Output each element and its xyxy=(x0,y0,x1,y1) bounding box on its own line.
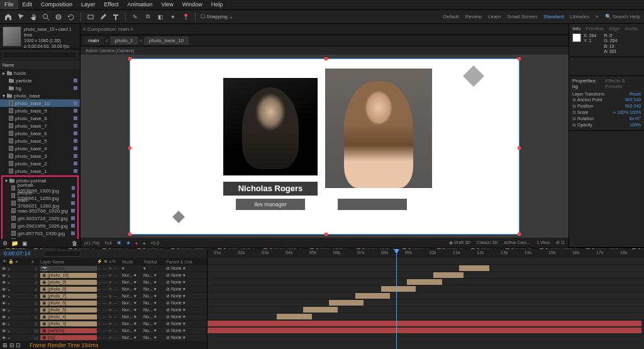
rotate-tool-icon[interactable] xyxy=(67,13,75,21)
svg-rect-3 xyxy=(88,15,93,19)
title-label: iles manager xyxy=(236,199,305,210)
workspace-review[interactable]: Review xyxy=(465,14,482,19)
project-search-input[interactable] xyxy=(3,51,77,58)
info-tab[interactable]: Info xyxy=(572,26,580,31)
view-options-icon[interactable]: ⊞ ⊡ xyxy=(556,240,565,245)
composition-viewport[interactable]: Nicholas Rogers iles manager xyxy=(80,55,569,238)
timeline-layer[interactable]: 👁●4▣ [photo_8]— — ★ —Nor... ▾No... ▾⊘ No… xyxy=(0,286,207,293)
right-panels: Info Preview Align Audio X: 264 Y: 1 R: … xyxy=(569,24,644,248)
playhead[interactable] xyxy=(396,249,397,349)
timeline-layer[interactable]: 👁●8▣ [photo_4]— — ★ —Nor... ▾No... ▾⊘ No… xyxy=(0,314,207,321)
trash-icon[interactable]: 🗑 xyxy=(72,240,77,247)
timeline-layer[interactable]: 👁●1📷 Camera— — ★ — ▾ ▾⊘ None ▾ xyxy=(0,265,207,272)
timeline-layer[interactable]: 👁●6▣ [photo_6]— — ★ —Nor... ▾No... ▾⊘ No… xyxy=(0,300,207,307)
snapping-checkbox[interactable]: ☐ Snapping ⌄ xyxy=(201,14,233,19)
svg-point-2 xyxy=(56,16,61,18)
photo-left[interactable] xyxy=(223,78,318,175)
timeline-layer[interactable]: 👁●10▣ [particle]— — ★ —Nor... ▾No... ▾⊘ … xyxy=(0,328,207,335)
menu-composition[interactable]: Composition xyxy=(36,0,77,9)
menu-file[interactable]: File xyxy=(0,0,18,9)
resolution-dropdown[interactable]: Full xyxy=(105,241,112,245)
new-folder-icon[interactable]: 📁 xyxy=(11,240,18,247)
title-label-2 xyxy=(338,199,407,210)
timeline-panel: ■ main■ photo_1■ photo_2■ photo_3■ photo… xyxy=(0,248,644,349)
menu-animation[interactable]: Animation xyxy=(123,0,157,9)
timeline-layer[interactable]: 👁●2▣ [photo_10]— — ★ —Nor... ▾No... ▾⊘ N… xyxy=(0,272,207,279)
new-comp-icon[interactable]: ▣ xyxy=(22,240,28,247)
menu-bar: File Edit Composition Layer Effect Anima… xyxy=(0,0,644,10)
properties-tab[interactable]: Properties: bg xyxy=(572,78,601,89)
workspace-standard[interactable]: Standard xyxy=(543,14,564,19)
menu-effect[interactable]: Effect xyxy=(100,0,123,9)
puppet-tool-icon[interactable]: 📍 xyxy=(181,13,190,21)
scale-value[interactable]: ∞ 100% 100% xyxy=(613,110,641,115)
workspace-small[interactable]: Small Screen xyxy=(508,14,538,19)
timeline-layer[interactable]: 👁●3▣ [photo_9]— — ★ —Nor... ▾No... ▾⊘ No… xyxy=(0,279,207,286)
render-time-label: Frame Render Time 194ms xyxy=(30,342,99,348)
selection-tool-icon[interactable] xyxy=(16,13,25,21)
rect-tool-icon[interactable] xyxy=(86,13,95,21)
toolbar: ✎ ⧉ ◧ ✦ 📍 ☐ Snapping ⌄ Default Review Le… xyxy=(0,10,644,24)
particle-shape xyxy=(172,211,185,223)
particle-shape xyxy=(463,65,484,87)
view-dropdown[interactable]: 1 View xyxy=(536,240,550,245)
effects-tab[interactable]: Effects & Presets xyxy=(605,78,641,89)
annotation-highlight: ▾photo-portrait portrait-3353699_1920.jp… xyxy=(1,175,79,239)
color-swatch xyxy=(572,33,581,42)
name-label: Nicholas Rogers xyxy=(223,182,318,196)
timeline-layer[interactable]: 👁●11▣ [bg]— — ★ —Nor... ▾No... ▾⊘ None ▾ xyxy=(0,335,207,341)
position-value[interactable]: 960 540 xyxy=(625,104,641,109)
zoom-tool-icon[interactable] xyxy=(42,13,50,21)
anchor-value[interactable]: 960 540 xyxy=(625,97,641,102)
reset-button[interactable]: Reset xyxy=(630,92,641,96)
timeline-layer[interactable]: 👁●5▣ [photo_7]— — ★ —Nor... ▾No... ▾⊘ No… xyxy=(0,293,207,300)
workspace-more-icon[interactable]: » xyxy=(596,14,598,19)
brush-tool-icon[interactable]: ✎ xyxy=(131,13,140,21)
composition-panel: ≡ Composition: main ≡ main < photo_1 < p… xyxy=(80,24,569,248)
project-panel: photo_base_10 • used 1 time 1920 x 1080 … xyxy=(0,24,80,248)
eraser-tool-icon[interactable]: ◧ xyxy=(156,13,165,21)
audio-tab[interactable]: Audio xyxy=(625,26,638,31)
workspace-default[interactable]: Default xyxy=(443,14,458,19)
timeline-search-input[interactable] xyxy=(43,250,81,257)
menu-edit[interactable]: Edit xyxy=(18,0,37,9)
text-tool-icon[interactable] xyxy=(111,13,120,21)
renderer-label: Active Camera (Camera) xyxy=(80,47,569,55)
zoom-dropdown[interactable]: (41.7%) xyxy=(84,241,100,245)
comp-tab-main[interactable]: main xyxy=(83,36,104,45)
camera-dropdown[interactable]: Active Cam... xyxy=(504,240,531,245)
composition-canvas[interactable]: Nicholas Rogers iles manager xyxy=(130,58,519,235)
svg-point-0 xyxy=(43,14,48,18)
preview-tab[interactable]: Preview xyxy=(586,26,603,31)
comp-tab-photobase10[interactable]: photo_base_10 xyxy=(144,36,189,45)
timeline-layer[interactable]: 👁●7▣ [photo_5]— — ★ —Nor... ▾No... ▾⊘ No… xyxy=(0,307,207,314)
home-icon[interactable] xyxy=(4,13,13,21)
draft3d-button[interactable]: ◉ Draft 3D xyxy=(449,240,470,245)
project-thumbnail xyxy=(3,26,21,47)
workspace-learn[interactable]: Learn xyxy=(488,14,501,19)
menu-window[interactable]: Window xyxy=(178,0,207,9)
pen-tool-icon[interactable] xyxy=(99,13,108,21)
menu-layer[interactable]: Layer xyxy=(77,0,100,9)
menu-help[interactable]: Help xyxy=(207,0,228,9)
roto-tool-icon[interactable]: ✦ xyxy=(169,13,177,21)
photo-right[interactable] xyxy=(325,69,432,188)
project-settings-icon[interactable]: ⚙ xyxy=(3,240,8,247)
project-item-selected: photo_base_10 xyxy=(0,99,80,107)
workspace-libraries[interactable]: Libraries xyxy=(570,14,590,19)
rotation-value[interactable]: 0x+0° xyxy=(630,116,641,121)
orbit-tool-icon[interactable] xyxy=(54,13,63,21)
renderer-dropdown[interactable]: Classic 3D xyxy=(477,240,497,245)
align-tab[interactable]: Align xyxy=(609,26,620,31)
clone-tool-icon[interactable]: ⧉ xyxy=(143,13,152,21)
search-help[interactable]: 🔍 Search Help xyxy=(605,14,640,19)
project-list[interactable]: ▸holds particle bg ▾photo_base photo_bas… xyxy=(0,69,80,239)
timeline-toggle-icon[interactable]: ⊞ ⊟ ⊡ xyxy=(3,342,21,348)
hand-tool-icon[interactable] xyxy=(29,13,38,21)
menu-view[interactable]: View xyxy=(157,0,177,9)
opacity-value[interactable]: 100% xyxy=(630,123,641,128)
timeline-layer[interactable]: 👁●9▣ [photo_3]— — ★ —Nor... ▾No... ▾⊘ No… xyxy=(0,321,207,328)
current-time[interactable]: 0:00:07:14 xyxy=(4,250,31,257)
comp-tab-photo1[interactable]: photo_1 xyxy=(110,36,138,45)
project-name-column[interactable]: Name xyxy=(3,63,14,67)
